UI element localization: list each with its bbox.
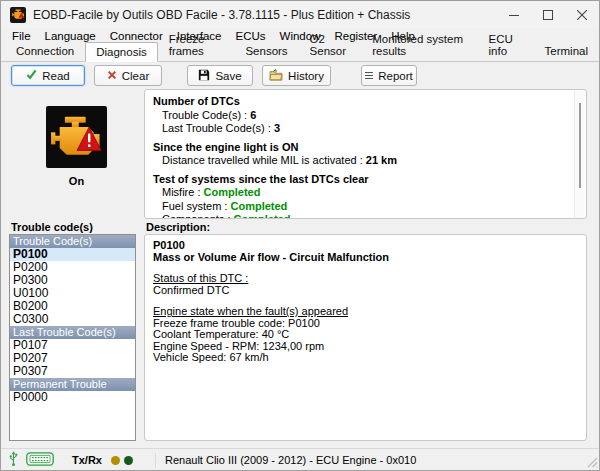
mil-engine-light-icon: [46, 106, 107, 168]
tab-monitored-system-results[interactable]: Monitored system results: [361, 30, 477, 61]
description-panel: P0100 Mass or Volume Air flow - Circuit …: [144, 234, 587, 441]
dtc-summary-panel: Number of DTCs Trouble Code(s) : 6 Last …: [144, 89, 587, 219]
status-bar: Tx/Rx Renault Clio III (2009 - 2012) - E…: [1, 448, 599, 471]
code-item-p0307[interactable]: P0307: [10, 365, 135, 378]
code-item-p0000[interactable]: P0000: [10, 391, 135, 404]
vehicle-speed: Vehicle Speed: 67 km/h: [153, 352, 578, 364]
statusbar-separator: [155, 453, 156, 468]
summary-scrollbar-thumb[interactable]: [579, 103, 581, 188]
dtc-status-heading: Status of this DTC :: [153, 273, 578, 285]
trouble-code-list: Trouble Code(s) P0100 P0200 P0300 U0100 …: [9, 234, 136, 441]
dtc-code: P0100: [153, 240, 578, 252]
summary-scrollbar[interactable]: [574, 91, 585, 219]
components-status: Completed: [234, 213, 291, 219]
mil-state-label: On: [46, 175, 107, 187]
mil-distance: 21 km: [366, 154, 397, 166]
floppy-disk-icon: [198, 69, 210, 83]
tab-freeze-frames[interactable]: Freeze frames: [158, 30, 235, 61]
close-button[interactable]: [565, 1, 599, 28]
dtc-status-value: Confirmed DTC: [153, 285, 578, 297]
description-label: Description:: [146, 221, 210, 233]
toolbar: Read Clear Save: [1, 62, 599, 89]
check-icon: [26, 69, 37, 82]
history-button[interactable]: History: [262, 65, 331, 86]
tab-sensors[interactable]: Sensors: [234, 42, 298, 61]
summary-number-title: Number of DTCs: [153, 95, 572, 109]
window-title: EOBD-Facile by Outils OBD Facile - 3.78.…: [33, 8, 410, 22]
usb-icon: [9, 451, 18, 469]
menu-ecus[interactable]: ECUs: [229, 29, 273, 43]
menu-file[interactable]: File: [5, 29, 38, 43]
last-trouble-count: 3: [274, 122, 280, 134]
menu-language[interactable]: Language: [38, 29, 103, 43]
report-button[interactable]: Report: [361, 65, 417, 86]
summary-test-title: Test of systems since the last DTCs clea…: [153, 173, 572, 187]
minimize-button[interactable]: [497, 1, 531, 28]
vehicle-ecu-label: Renault Clio III (2009 - 2012) - ECU Eng…: [165, 454, 416, 466]
obd-connector-icon: [26, 452, 54, 468]
title-bar: EOBD-Facile by Outils OBD Facile - 3.78.…: [1, 1, 599, 28]
open-folder-icon: [269, 69, 283, 83]
tab-ecu-info[interactable]: ECU info: [478, 30, 534, 61]
report-list-icon: [365, 72, 373, 80]
tx-indicator-dot: [111, 456, 120, 465]
tab-connection[interactable]: Connection: [5, 42, 85, 61]
misfire-status: Completed: [204, 186, 261, 198]
trouble-count: 6: [250, 109, 256, 121]
trouble-codes-label: Trouble code(s): [11, 221, 93, 233]
summary-mil-title: Since the engine light is ON: [153, 141, 572, 155]
resize-grip[interactable]: [585, 455, 598, 470]
coolant-temperature: Coolant Temperature: 40 °C: [153, 329, 578, 341]
tab-diagnosis[interactable]: Diagnosis: [85, 42, 158, 62]
code-item-c0300[interactable]: C0300: [10, 313, 135, 326]
clear-button[interactable]: Clear: [94, 65, 162, 86]
red-x-icon: [107, 70, 117, 82]
app-engine-icon: [10, 7, 26, 23]
tab-o2-sensor[interactable]: O2 Sensor: [299, 30, 362, 61]
tab-terminal[interactable]: Terminal: [534, 42, 599, 61]
save-button[interactable]: Save: [187, 65, 253, 86]
tab-bar: Connection Diagnosis Freeze frames Senso…: [1, 44, 599, 62]
maximize-button[interactable]: [531, 1, 565, 28]
fuel-system-status: Completed: [230, 200, 287, 212]
app-window: EOBD-Facile by Outils OBD Facile - 3.78.…: [0, 0, 600, 471]
read-button[interactable]: Read: [11, 65, 85, 86]
engine-state-heading: Engine state when the fault(s) appeared: [153, 306, 578, 318]
dtc-title: Mass or Volume Air flow - Circuit Malfun…: [153, 252, 578, 264]
rx-indicator-dot: [124, 456, 133, 465]
txrx-label: Tx/Rx: [72, 454, 102, 466]
